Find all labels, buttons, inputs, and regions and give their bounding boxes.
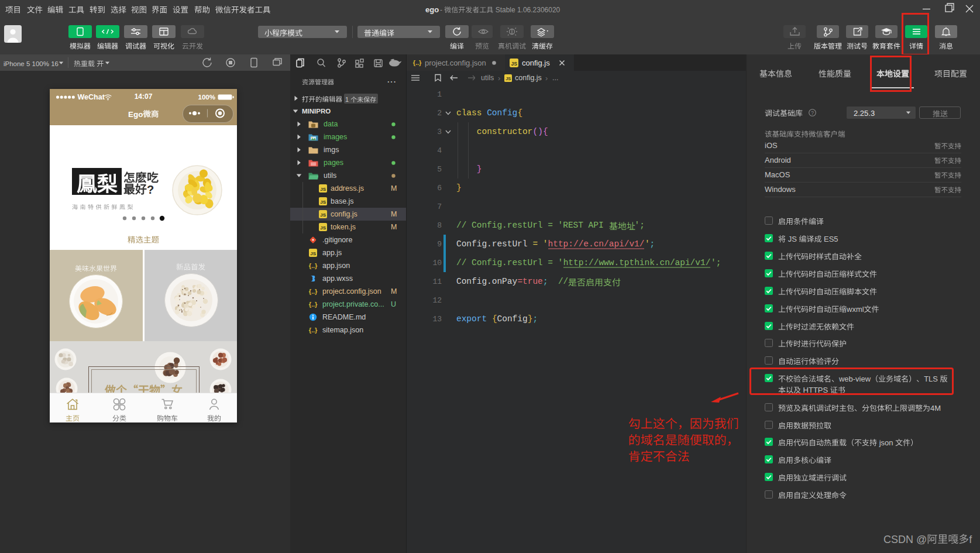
svg-text:iPhone: iPhone [4,60,25,67]
svg-text:wxml: wxml [846,305,864,314]
svg-text:JS: JS [511,60,517,66]
svg-text:1: 1 [345,96,349,103]
svg-text:ES5: ES5 [824,235,838,243]
svg-text:Ego: Ego [128,109,143,118]
svg-text:?: ? [147,183,154,196]
svg-text:{..}: {..} [309,288,318,295]
svg-text:{..}: {..} [309,327,318,334]
svg-text:JS: JS [310,251,316,256]
svg-text:{..}: {..} [309,262,318,269]
svg-text:100%: 100% [32,60,49,67]
svg-text:JS: JS [320,225,326,231]
svg-text:16: 16 [51,60,59,67]
svg-text:JS: JS [320,187,326,192]
svg-text:{..}: {..} [309,301,318,308]
svg-text:JS: JS [320,200,326,205]
svg-text:JS: JS [506,76,511,81]
svg-text:Stable: Stable [496,6,515,14]
svg-text:CSDN: CSDN [883,534,913,545]
svg-text:JS: JS [788,235,797,243]
svg-text:JS: JS [320,212,326,218]
svg-text:1.06.2306020: 1.06.2306020 [517,6,561,14]
svg-text:5: 5 [26,60,30,67]
svg-text:4M: 4M [930,404,941,413]
svg-text:@: @ [916,534,927,545]
svg-text:-: - [440,6,442,14]
svg-text:{..}: {..} [413,59,422,66]
svg-text:json: json [879,438,893,447]
svg-text:?: ? [811,109,814,115]
